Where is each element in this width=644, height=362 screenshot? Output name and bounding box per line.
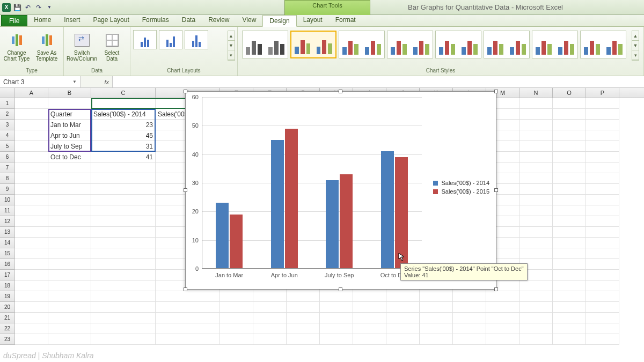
cell[interactable]: Quarter: [48, 109, 91, 120]
cell[interactable]: [553, 162, 586, 173]
chart-style-thumb[interactable]: [580, 31, 626, 58]
switch-row-column-button[interactable]: Switch Row/Column: [69, 29, 96, 64]
cell[interactable]: [320, 334, 353, 345]
redo-icon[interactable]: ↷: [34, 3, 43, 12]
chart-style-thumb[interactable]: [339, 31, 385, 58]
tab-home[interactable]: Home: [27, 14, 57, 26]
row-header[interactable]: 19: [0, 291, 15, 302]
chart-bar[interactable]: [395, 157, 408, 269]
cell[interactable]: [15, 130, 48, 141]
cell[interactable]: [15, 173, 48, 184]
cell[interactable]: [91, 238, 156, 248]
cell[interactable]: [553, 259, 586, 270]
tab-insert[interactable]: Insert: [57, 14, 86, 26]
cell[interactable]: [386, 291, 420, 302]
cell[interactable]: [519, 238, 553, 248]
cell[interactable]: [15, 280, 48, 291]
cell[interactable]: [91, 334, 156, 345]
cell[interactable]: [15, 313, 48, 323]
row-header[interactable]: 6: [0, 152, 15, 162]
cell[interactable]: [586, 280, 619, 291]
column-header[interactable]: P: [586, 88, 619, 98]
cell[interactable]: [519, 152, 553, 162]
cell[interactable]: [353, 291, 386, 302]
tab-view[interactable]: View: [236, 14, 263, 26]
cell[interactable]: [586, 205, 619, 216]
cell[interactable]: [519, 98, 553, 109]
cell[interactable]: [91, 280, 156, 291]
cell[interactable]: [48, 227, 91, 238]
cell[interactable]: [453, 302, 486, 313]
chart-legend[interactable]: Sales('00$) - 2014 Sales('00$) - 2015: [433, 178, 489, 197]
cell[interactable]: [253, 291, 287, 302]
chart-style-thumb[interactable]: [435, 31, 481, 58]
cell[interactable]: [386, 334, 420, 345]
cell[interactable]: [48, 291, 91, 302]
cell[interactable]: [220, 323, 253, 334]
cell[interactable]: [553, 184, 586, 195]
cell[interactable]: [15, 227, 48, 238]
chart-layouts-gallery[interactable]: [132, 29, 223, 50]
cell[interactable]: [15, 120, 48, 130]
cell[interactable]: [353, 302, 386, 313]
chart-bar[interactable]: [381, 151, 394, 269]
cell[interactable]: [519, 323, 553, 334]
row-header[interactable]: 3: [0, 120, 15, 130]
cell[interactable]: [48, 259, 91, 270]
cell[interactable]: [519, 141, 553, 152]
cell[interactable]: [15, 291, 48, 302]
cell[interactable]: [486, 323, 519, 334]
cell[interactable]: [353, 323, 386, 334]
cell[interactable]: [91, 302, 156, 313]
row-header[interactable]: 8: [0, 173, 15, 184]
cell[interactable]: [253, 334, 287, 345]
undo-icon[interactable]: ↶: [24, 3, 32, 12]
cell[interactable]: [15, 152, 48, 162]
cell[interactable]: [586, 270, 619, 280]
cell[interactable]: [287, 334, 320, 345]
cell[interactable]: [15, 259, 48, 270]
cell[interactable]: [48, 184, 91, 195]
cell[interactable]: [320, 323, 353, 334]
cell[interactable]: [553, 98, 586, 109]
cell[interactable]: [586, 238, 619, 248]
cell[interactable]: [287, 313, 320, 323]
cell[interactable]: [420, 334, 453, 345]
tab-data[interactable]: Data: [175, 14, 202, 26]
cell[interactable]: [386, 323, 420, 334]
cell[interactable]: [48, 280, 91, 291]
cell[interactable]: [553, 109, 586, 120]
cell[interactable]: [586, 195, 619, 205]
cell[interactable]: [91, 216, 156, 227]
cell[interactable]: [553, 141, 586, 152]
cell[interactable]: [586, 141, 619, 152]
cell[interactable]: [453, 291, 486, 302]
cell[interactable]: [220, 313, 253, 323]
cell[interactable]: [386, 302, 420, 313]
cell[interactable]: [519, 195, 553, 205]
cell[interactable]: [156, 334, 220, 345]
tab-format[interactable]: Format: [329, 14, 362, 26]
cell[interactable]: [91, 259, 156, 270]
cell[interactable]: [320, 291, 353, 302]
cell[interactable]: [91, 323, 156, 334]
cell[interactable]: [453, 334, 486, 345]
cell[interactable]: [91, 173, 156, 184]
cell[interactable]: [156, 291, 220, 302]
cell[interactable]: [586, 259, 619, 270]
cell[interactable]: [15, 205, 48, 216]
cell[interactable]: [220, 291, 253, 302]
row-header[interactable]: 12: [0, 216, 15, 227]
cell[interactable]: [519, 313, 553, 323]
cell[interactable]: [586, 130, 619, 141]
cell[interactable]: [586, 216, 619, 227]
cell[interactable]: [48, 205, 91, 216]
cell[interactable]: [15, 162, 48, 173]
gallery-scroll[interactable]: ▲ ▼ ▾: [228, 31, 235, 61]
cell[interactable]: [486, 291, 519, 302]
cell[interactable]: [519, 184, 553, 195]
plot-area[interactable]: 0102030405060Jan to MarApr to JunJuly to…: [202, 97, 422, 269]
cell[interactable]: [553, 238, 586, 248]
cell[interactable]: [519, 227, 553, 238]
cell[interactable]: [287, 323, 320, 334]
